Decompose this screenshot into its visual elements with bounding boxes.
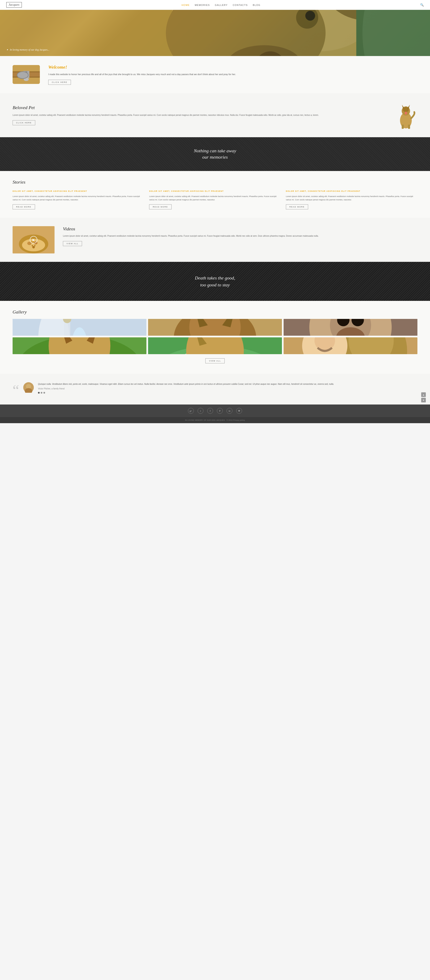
dog-sitting-image: [394, 102, 417, 129]
story-title-3: DOLOR SIT AMET, CONSECTETUR ADIPISCING E…: [286, 190, 417, 192]
collar-image: [13, 65, 40, 84]
video-thumbnail[interactable]: ▶: [13, 226, 54, 253]
svg-rect-15: [23, 71, 29, 78]
beloved-body: Lorem ipsum dolor sit amet, coctetur adi…: [13, 113, 386, 117]
beloved-section: Beloved Pet Lorem ipsum dolor sit amet, …: [0, 93, 430, 137]
svg-point-5: [305, 11, 315, 21]
play-button[interactable]: ▶: [30, 236, 37, 243]
testimonial-avatar: [23, 382, 34, 393]
gallery-item-5[interactable]: [148, 337, 282, 354]
nav-links: HOME MEMORIES GALLERY CONTACTS BLOG: [181, 3, 260, 7]
stories-heading: Stories: [13, 180, 417, 185]
nav-blog[interactable]: BLOG: [253, 4, 260, 6]
story-title-1: DOLOR SIT AMET, CONSECTETUR ADIPISCING E…: [13, 190, 144, 192]
rss-icon[interactable]: ☢: [236, 408, 242, 414]
social-bar: g+ t f P in ☢: [0, 404, 430, 417]
story-body-3: Lorem ipsum dolor sit amet, coctetur adi…: [286, 195, 417, 201]
svg-rect-16: [25, 72, 27, 78]
svg-point-31: [32, 246, 35, 248]
dot-1[interactable]: [38, 392, 40, 394]
google-plus-icon[interactable]: g+: [188, 408, 194, 414]
story-read-more-2[interactable]: READ MORE: [149, 204, 171, 209]
gallery-view-all-container: VIEW ALL: [13, 358, 417, 363]
stories-grid: DOLOR SIT AMET, CONSECTETUR ADIPISCING E…: [13, 190, 417, 209]
quote-banner: Death takes the good, too good to stay: [0, 262, 430, 301]
collar-svg: [13, 65, 40, 84]
linkedin-icon[interactable]: in: [227, 408, 232, 414]
search-icon[interactable]: 🔍: [420, 3, 424, 7]
testimonial-dots: [38, 392, 417, 394]
story-card-3: DOLOR SIT AMET, CONSECTETUR ADIPISCING E…: [286, 190, 417, 209]
svg-rect-24: [408, 125, 410, 129]
quote-mark-icon: “: [13, 384, 19, 396]
gallery-item-6[interactable]: [284, 337, 417, 354]
memories-banner: Nothing can take away our memories: [0, 137, 430, 171]
svg-point-11: [362, 10, 430, 56]
navbar: Jacques HOME MEMORIES GALLERY CONTACTS B…: [0, 0, 430, 10]
gallery-view-all-button[interactable]: VIEW ALL: [205, 358, 224, 363]
svg-point-17: [24, 78, 29, 81]
dog-svg: [394, 102, 417, 129]
scroll-down-button[interactable]: ▼: [421, 398, 426, 402]
story-card-1: DOLOR SIT AMET, CONSECTETUR ADIPISCING E…: [13, 190, 144, 209]
nav-contacts[interactable]: CONTACTS: [233, 4, 248, 6]
nav-gallery[interactable]: GALLERY: [215, 4, 228, 6]
memories-text: Nothing can take away our memories: [6, 148, 424, 161]
testimonial-wrapper: “ Quisque nulla. Vestibulum libero nisl,…: [0, 374, 430, 404]
gallery-item-2[interactable]: [148, 319, 282, 336]
svg-rect-38: [64, 322, 70, 336]
story-read-more-1[interactable]: READ MORE: [13, 204, 35, 209]
svg-point-22: [405, 111, 407, 115]
facebook-icon[interactable]: f: [207, 408, 213, 414]
videos-section: ▶ Videos Lorem ipsum dolor sit amet, coc…: [0, 218, 430, 262]
gallery-item-1[interactable]: [13, 319, 146, 336]
svg-point-42: [189, 319, 241, 336]
videos-heading: Videos: [63, 226, 417, 232]
story-read-more-3[interactable]: READ MORE: [286, 204, 308, 209]
nav-home[interactable]: HOME: [181, 4, 190, 6]
svg-point-51: [49, 337, 110, 354]
welcome-heading: Welcome!: [48, 64, 236, 70]
stories-section: Stories DOLOR SIT AMET, CONSECTETUR ADIP…: [0, 171, 430, 218]
beloved-text: Beloved Pet Lorem ipsum dolor sit amet, …: [13, 105, 386, 125]
avatar-svg: [23, 382, 34, 393]
testimonial-author: Victor Pitcher, a family friend: [38, 388, 417, 390]
welcome-cta-button[interactable]: CLICK HERE: [48, 80, 71, 85]
testimonial-section: “ Quisque nulla. Vestibulum libero nisl,…: [0, 374, 430, 404]
gallery-grid: [13, 319, 417, 354]
nav-memories[interactable]: MEMORIES: [195, 4, 210, 6]
hero-section: ‣ In loving memory of our dog Jacques...: [0, 10, 430, 56]
svg-point-32: [32, 245, 33, 246]
videos-view-all-button[interactable]: VIEW ALL: [63, 241, 82, 246]
gallery-section: Gallery: [0, 301, 430, 374]
pinterest-icon[interactable]: P: [217, 408, 223, 414]
dot-3[interactable]: [43, 392, 45, 394]
hero-dog-image: [0, 10, 430, 56]
svg-point-56: [186, 337, 244, 354]
welcome-text: Welcome! I made this website to honor he…: [48, 64, 236, 85]
scroll-up-button[interactable]: ▲: [421, 392, 426, 397]
quote-text: Death takes the good, too good to stay: [6, 274, 424, 288]
story-title-2: DOLOR SIT AMET, CONSECTETUR ADIPISCING E…: [149, 190, 281, 192]
videos-text: Videos Lorem ipsum dolor sit amet, cocte…: [63, 226, 417, 246]
welcome-body: I made this website to honor her preciou…: [48, 72, 236, 76]
svg-rect-23: [402, 125, 404, 129]
gallery-item-3[interactable]: [284, 319, 417, 336]
testimonial-text: Quisque nulla. Vestibulum libero nisl, p…: [38, 382, 417, 386]
svg-point-33: [34, 245, 35, 246]
story-card-2: DOLOR SIT AMET, CONSECTETUR ADIPISCING E…: [149, 190, 281, 209]
beloved-heading: Beloved Pet: [13, 105, 386, 110]
beloved-cta-button[interactable]: CLICK HERE: [13, 120, 35, 125]
dot-2[interactable]: [41, 392, 42, 394]
hero-arrow-icon: ‣: [6, 48, 8, 52]
site-logo[interactable]: Jacques: [6, 2, 22, 8]
story-body-1: Lorem ipsum dolor sit amet, coctetur adi…: [13, 195, 144, 201]
footer: IN LOVING MEMORY OF OUR DOG JACQUES · © …: [0, 417, 430, 423]
story-body-2: Lorem ipsum dolor sit amet, coctetur adi…: [149, 195, 281, 201]
footer-text: IN LOVING MEMORY OF OUR DOG JACQUES · © …: [185, 419, 245, 421]
videos-body: Lorem ipsum dolor sit amet, coctetur adi…: [63, 234, 417, 238]
gallery-heading: Gallery: [13, 309, 417, 315]
twitter-icon[interactable]: t: [198, 408, 203, 414]
gallery-item-4[interactable]: [13, 337, 146, 354]
svg-point-59: [348, 337, 394, 354]
